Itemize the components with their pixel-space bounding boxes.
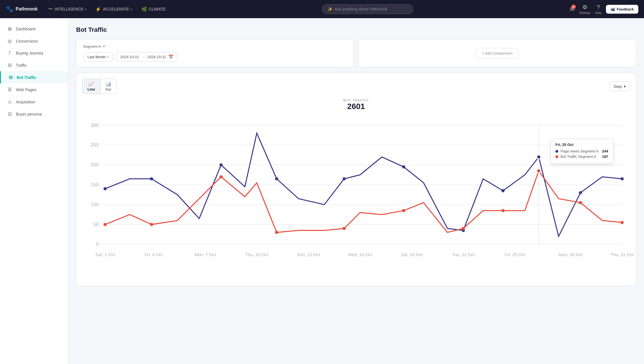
line-chart-icon: 📈 <box>88 81 94 87</box>
blue-dot <box>104 187 107 190</box>
dashboard-icon: ⊞ <box>7 26 12 32</box>
segment-row: Segment A ✏ Last Month ▾ 2024-10-01 → 20… <box>76 39 636 67</box>
sidebar-item-conversions[interactable]: ◎ Conversions <box>0 35 68 47</box>
date-preset-dropdown[interactable]: Last Month ▾ <box>83 52 113 62</box>
period-dropdown[interactable]: Days ▾ <box>609 82 630 91</box>
page-title: Bot Traffic <box>76 26 636 34</box>
top-nav-actions: ✉ 27 ⚙ Settings ? Help 📹 Feedback <box>570 4 638 14</box>
main-layout: ⊞ Dashboard ◎ Conversions ⤴ Buying Journ… <box>0 18 644 364</box>
svg-text:Fri, 25 Oct: Fri, 25 Oct <box>505 252 525 257</box>
sidebar-item-buying-journey[interactable]: ⤴ Buying Journey <box>0 47 68 59</box>
help-button[interactable]: ? Help <box>595 4 601 14</box>
svg-text:Thu, 10 Oct: Thu, 10 Oct <box>245 252 268 257</box>
blue-dot <box>219 163 223 166</box>
svg-text:Sun, 13 Oct: Sun, 13 Oct <box>297 252 320 257</box>
red-dot <box>104 223 107 226</box>
traffic-icon: ⊟ <box>7 62 12 68</box>
video-icon: 📹 <box>610 7 615 11</box>
notifications-button[interactable]: ✉ 27 <box>570 6 575 12</box>
svg-text:Tue, 22 Oct: Tue, 22 Oct <box>452 252 475 257</box>
nav-accelerate[interactable]: ⚡ ACCELERATE ▾ <box>91 4 136 14</box>
sidebar-item-bot-traffic[interactable]: ⊟ Bot Traffic <box>0 71 68 83</box>
date-range-picker[interactable]: 2024-10-01 → 2024-10-31 📅 <box>116 52 177 62</box>
add-comparison-button[interactable]: + Add comparision <box>476 48 518 58</box>
blue-dot <box>275 177 278 180</box>
svg-text:Tue, 1 Oct: Tue, 1 Oct <box>95 252 116 257</box>
svg-text:Mon, 7 Oct: Mon, 7 Oct <box>195 252 216 257</box>
accelerate-chevron: ▾ <box>131 8 132 11</box>
blue-dot <box>579 191 582 194</box>
svg-text:200: 200 <box>91 162 99 168</box>
buying-journey-icon: ⤴ <box>7 51 12 56</box>
red-dot <box>462 227 465 230</box>
acquisition-icon: ◇ <box>7 99 12 104</box>
red-dot-active <box>537 169 541 173</box>
accelerate-icon: ⚡ <box>95 7 101 12</box>
top-navigation: 🐾 Pathmonk 〜 INTELLIGENCE ▾ ⚡ ACCELERATE… <box>0 0 644 18</box>
bar-chart-icon: 📊 <box>106 81 111 87</box>
sidebar-item-web-pages[interactable]: ☰ Web Pages <box>0 83 68 96</box>
nav-intelligence[interactable]: 〜 INTELLIGENCE ▾ <box>44 4 90 14</box>
blue-dot <box>342 177 346 180</box>
conversions-icon: ◎ <box>7 38 12 44</box>
buyer-persona-icon: ⊡ <box>7 111 12 117</box>
svg-text:0: 0 <box>96 242 99 247</box>
help-icon: ? <box>597 4 600 11</box>
blue-dot <box>620 177 624 180</box>
svg-text:Fri, 4 Oct: Fri, 4 Oct <box>145 252 163 257</box>
red-dot <box>402 209 405 212</box>
logo-text: Pathmonk <box>16 7 37 12</box>
svg-text:300: 300 <box>91 123 99 128</box>
segment-a-card: Segment A ✏ Last Month ▾ 2024-10-01 → 20… <box>76 39 354 67</box>
gear-icon: ⚙ <box>582 4 587 11</box>
nav-climate[interactable]: 🌿 CLIMATE <box>137 4 170 14</box>
svg-text:Wed, 16 Oct: Wed, 16 Oct <box>348 252 372 257</box>
red-dot <box>150 223 153 226</box>
red-dot <box>620 221 624 224</box>
chart-metric-label: BOT TRAFFIC <box>76 99 636 102</box>
line-chart-button[interactable]: 📈 Line <box>82 79 101 94</box>
bar-chart-button[interactable]: 📊 Bar <box>101 79 117 94</box>
red-dot <box>219 175 223 178</box>
svg-text:Thu, 31 Oct: Thu, 31 Oct <box>611 252 634 257</box>
chart-controls: 📈 Line 📊 Bar Days ▾ <box>76 79 636 99</box>
intelligence-chevron: ▾ <box>85 8 86 11</box>
search-bar[interactable]: ✨ Ask anything about Pathmonk <box>322 4 413 14</box>
sidebar-item-buyer-persona[interactable]: ⊡ Buyer persona <box>0 108 68 120</box>
svg-text:150: 150 <box>91 182 99 187</box>
blue-dot <box>402 165 405 168</box>
settings-button[interactable]: ⚙ Settings <box>579 4 591 14</box>
chart-view-buttons: 📈 Line 📊 Bar <box>82 79 117 94</box>
date-arrow: → <box>141 55 145 59</box>
svg-text:250: 250 <box>91 142 99 148</box>
chart-header: BOT TRAFFIC 2601 <box>76 99 636 111</box>
svg-text:Mon, 28 Oct: Mon, 28 Oct <box>559 252 582 257</box>
intelligence-icon: 〜 <box>48 6 53 12</box>
period-chevron-icon: ▾ <box>624 84 626 89</box>
sidebar-item-acquisition[interactable]: ◇ Acquisition <box>0 96 68 108</box>
sidebar-item-dashboard[interactable]: ⊞ Dashboard <box>0 23 68 35</box>
red-dot <box>342 227 346 230</box>
chart-metric-value: 2601 <box>76 102 636 111</box>
sidebar-item-traffic[interactable]: ⊟ Traffic <box>0 59 68 71</box>
climate-icon: 🌿 <box>141 7 147 12</box>
sidebar: ⊞ Dashboard ◎ Conversions ⤴ Buying Journ… <box>0 18 68 364</box>
segment-label: Segment A ✏ <box>83 45 347 49</box>
bot-traffic-icon: ⊟ <box>8 75 13 80</box>
chart-card: 📈 Line 📊 Bar Days ▾ BOT TRAFFIC 2601 <box>76 73 636 286</box>
red-dot <box>579 201 582 204</box>
svg-text:50: 50 <box>93 222 99 227</box>
app-logo[interactable]: 🐾 Pathmonk <box>6 5 37 13</box>
notification-badge: 27 <box>571 5 576 9</box>
chevron-down-icon: ▾ <box>107 55 109 58</box>
logo-icon: 🐾 <box>6 5 13 13</box>
top-nav-items: 〜 INTELLIGENCE ▾ ⚡ ACCELERATE ▾ 🌿 CLIMAT… <box>44 4 170 14</box>
edit-segment-icon[interactable]: ✏ <box>103 45 105 49</box>
blue-dot <box>501 189 505 192</box>
chart-wrapper: 300 250 200 150 100 50 0 <box>76 113 636 286</box>
feedback-button[interactable]: 📹 Feedback <box>606 5 638 14</box>
blue-dot-active <box>537 155 541 159</box>
blue-dot <box>150 177 153 180</box>
add-comparison-card: + Add comparision <box>358 39 636 67</box>
red-dot <box>275 231 278 234</box>
